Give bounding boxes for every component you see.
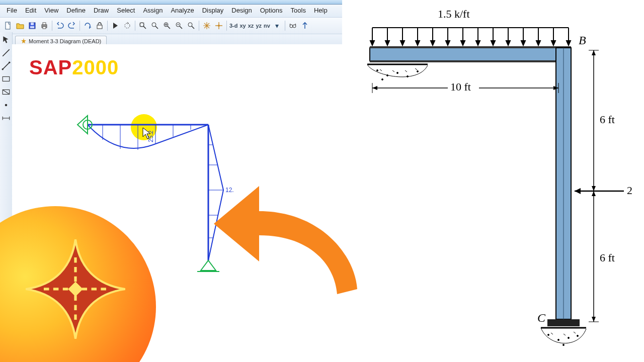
height-top-label: 6 ft [600, 113, 615, 126]
point-tool-icon[interactable] [2, 101, 11, 110]
sap2000-window: File Edit View Define Draw Select Assign… [0, 0, 342, 362]
chevron-down-icon[interactable]: ▾ [272, 21, 282, 31]
svg-point-84 [548, 334, 549, 336]
undo-icon[interactable] [55, 21, 65, 31]
new-file-icon[interactable] [3, 21, 13, 31]
svg-rect-3 [30, 26, 34, 28]
main-toolbar: 3-d xy xz yz nv ▾ [0, 17, 342, 34]
brand-word2: 2000 [72, 56, 119, 78]
run-icon[interactable] [110, 21, 120, 31]
svg-point-12 [152, 23, 156, 27]
zoom-extents-icon[interactable] [150, 21, 160, 31]
svg-line-17 [180, 26, 182, 29]
svg-point-78 [397, 72, 398, 74]
rect-tool-icon[interactable] [2, 74, 11, 83]
svg-rect-70 [370, 48, 571, 61]
refresh-icon[interactable] [83, 21, 93, 31]
redo-icon[interactable] [67, 21, 77, 31]
svg-rect-72 [370, 60, 571, 62]
menu-display[interactable]: Display [199, 6, 227, 15]
svg-point-22 [293, 25, 296, 28]
svg-point-81 [382, 79, 383, 80]
rotate-icon[interactable] [122, 21, 132, 31]
brand-word1: SAP [29, 56, 72, 78]
svg-line-19 [192, 26, 194, 29]
pointer-icon[interactable] [2, 35, 11, 44]
span-label: 10 ft [450, 80, 471, 93]
zoom-in-icon[interactable] [174, 21, 184, 31]
svg-point-18 [188, 23, 192, 27]
menu-file[interactable]: File [3, 6, 21, 15]
lock-icon[interactable] [95, 21, 105, 31]
rect-tool2-icon[interactable] [2, 87, 11, 97]
view-nv-button[interactable]: nv [264, 23, 270, 29]
load-label: 1.5 k/ft [438, 8, 470, 20]
menu-options[interactable]: Options [257, 6, 286, 15]
menu-assign[interactable]: Assign [139, 6, 166, 15]
brand-overlay: SAP2000 [29, 56, 119, 79]
dimension-tool-icon[interactable] [2, 114, 11, 123]
svg-point-25 [2, 68, 4, 70]
print-icon[interactable] [39, 21, 49, 31]
svg-point-30 [5, 104, 8, 107]
logo-star-icon [23, 236, 128, 342]
arrow-up-icon[interactable] [300, 21, 310, 31]
svg-point-20 [218, 25, 220, 27]
svg-line-24 [3, 62, 10, 69]
save-icon[interactable] [27, 21, 37, 31]
svg-point-85 [558, 339, 559, 341]
pan-alt-icon[interactable] [214, 21, 224, 31]
menu-draw[interactable]: Draw [90, 6, 112, 15]
menu-select[interactable]: Select [113, 6, 138, 15]
svg-point-80 [417, 71, 419, 72]
window-title-bar [0, 0, 342, 5]
svg-rect-71 [370, 46, 571, 48]
menu-help[interactable]: Help [310, 6, 331, 15]
menu-analyze[interactable]: Analyze [167, 6, 197, 15]
view-xz-button[interactable]: xz [248, 23, 254, 29]
view-yz-button[interactable]: yz [256, 23, 262, 29]
svg-point-9 [140, 23, 144, 27]
svg-point-88 [563, 344, 565, 346]
svg-rect-5 [43, 23, 46, 25]
moment-value-column: 12. [225, 187, 234, 194]
zoom-prev-icon[interactable] [162, 21, 172, 31]
zoom-out-icon[interactable] [186, 21, 196, 31]
node-c-label: C [537, 311, 546, 324]
svg-line-29 [3, 90, 10, 95]
side-load-label: 2 [627, 184, 632, 197]
svg-line-23 [3, 49, 10, 56]
height-bot-label: 6 ft [600, 251, 615, 264]
svg-rect-7 [97, 25, 102, 29]
svg-point-21 [290, 25, 293, 28]
view-3d-button[interactable]: 3-d [229, 23, 238, 29]
menu-design[interactable]: Design [228, 6, 255, 15]
menu-edit[interactable]: Edit [22, 6, 40, 15]
view-xy-button[interactable]: xy [240, 23, 246, 29]
tab-star-icon [21, 38, 27, 44]
svg-rect-0 [6, 22, 10, 29]
line-tool2-icon[interactable] [2, 61, 11, 70]
svg-point-79 [407, 76, 409, 77]
menu-bar: File Edit View Define Draw Select Assign… [0, 5, 342, 17]
menu-define[interactable]: Define [63, 6, 89, 15]
open-file-icon[interactable] [15, 21, 25, 31]
svg-point-76 [377, 70, 378, 71]
svg-point-26 [9, 62, 10, 63]
menu-view[interactable]: View [41, 6, 62, 15]
svg-line-13 [155, 26, 158, 29]
glasses-icon[interactable] [288, 21, 298, 31]
svg-rect-82 [547, 319, 580, 326]
svg-point-77 [387, 75, 388, 76]
node-b-label: B [579, 34, 586, 47]
svg-point-86 [568, 337, 570, 339]
problem-figure: 1.5 k/ft 10 ft [342, 0, 644, 362]
svg-point-87 [577, 335, 579, 337]
svg-line-15 [168, 26, 170, 29]
svg-rect-6 [43, 27, 46, 29]
svg-rect-27 [3, 77, 10, 81]
line-tool-icon[interactable] [2, 48, 11, 57]
zoom-window-icon[interactable] [138, 21, 148, 31]
menu-tools[interactable]: Tools [287, 6, 309, 15]
pan-icon[interactable] [202, 21, 212, 31]
